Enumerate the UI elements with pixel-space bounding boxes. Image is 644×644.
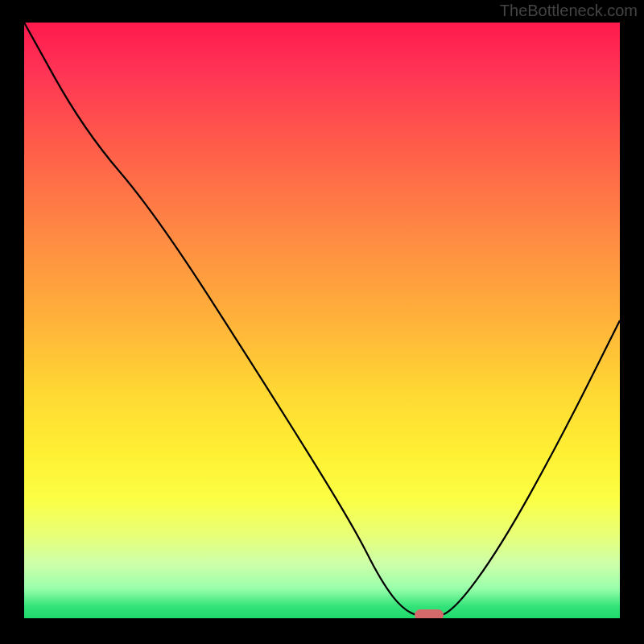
optimal-marker bbox=[415, 609, 444, 618]
plot-area bbox=[24, 23, 620, 618]
watermark-text: TheBottleneck.com bbox=[500, 2, 638, 20]
bottleneck-curve bbox=[24, 23, 620, 618]
